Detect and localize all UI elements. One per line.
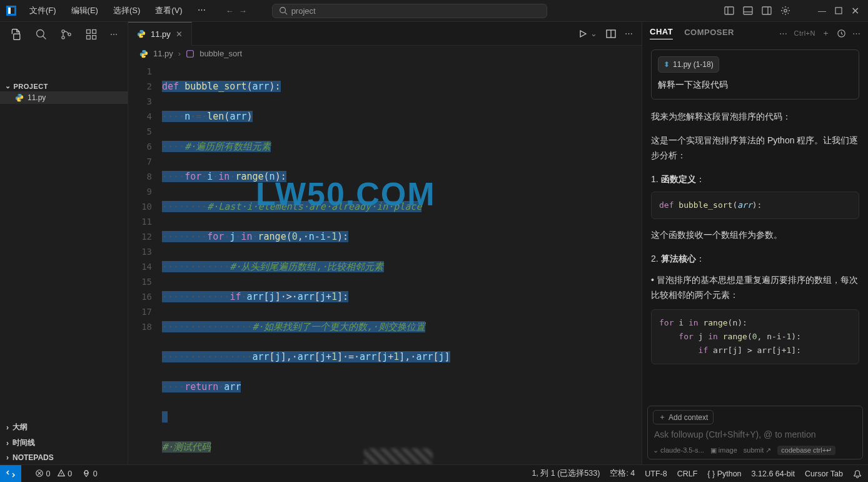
submit-button[interactable]: submit ↗ — [744, 446, 771, 454]
chat-response-line: 我来为您解释这段冒泡排序的代码： — [651, 110, 859, 125]
window-close-icon[interactable]: ✕ — [851, 5, 859, 17]
chat-tabs: CHAT COMPOSER ⋯ Ctrl+N ＋ ⋯ — [642, 22, 868, 44]
window-maximize-icon[interactable] — [835, 7, 842, 14]
tab-label: 11.py — [151, 29, 171, 39]
sidebar-more-icon[interactable]: ⋯ — [110, 30, 118, 39]
chat-response-line: 这个函数接收一个数组作为参数。 — [651, 228, 859, 243]
status-cursor-tab[interactable]: Cursor Tab — [805, 469, 843, 478]
explorer-icon[interactable] — [10, 28, 23, 41]
add-context-button[interactable]: ＋ Add context — [653, 410, 714, 424]
breadcrumbs[interactable]: 11.py › bubble_sort — [128, 46, 642, 61]
chevron-down-icon: ⌄ — [5, 82, 11, 90]
layout-primary-icon[interactable] — [724, 6, 734, 16]
app-logo — [0, 6, 22, 16]
python-file-icon: ⬍ — [664, 58, 670, 71]
minimap[interactable] — [634, 61, 642, 464]
status-spaces[interactable]: 空格: 4 — [610, 468, 635, 479]
chat-history-icon[interactable] — [837, 29, 846, 38]
breadcrumb-file[interactable]: 11.py — [153, 49, 173, 58]
editor-more-icon[interactable]: ⋯ — [625, 29, 633, 38]
chat-overflow-icon[interactable]: ⋯ — [852, 29, 861, 38]
notifications-icon[interactable] — [853, 469, 862, 478]
extensions-icon[interactable] — [85, 28, 98, 41]
editor-tab[interactable]: 11.py ✕ — [128, 22, 192, 46]
context-chip[interactable]: ⬍11.py (1-18) — [658, 56, 719, 73]
symbol-function-icon — [186, 49, 194, 58]
chat-new-icon[interactable]: ＋ — [822, 28, 830, 39]
chat-tab[interactable]: CHAT — [650, 27, 673, 39]
breadcrumb-sep: › — [178, 49, 181, 58]
codebase-pill[interactable]: codebase ctrl+↵ — [777, 446, 835, 455]
chat-panel: CHAT COMPOSER ⋯ Ctrl+N ＋ ⋯ ⬍11.py (1-18)… — [642, 22, 868, 464]
status-language[interactable]: { } Python — [707, 469, 741, 478]
svg-rect-9 — [762, 7, 771, 14]
menu-more[interactable]: ⋯ — [193, 3, 211, 19]
source-control-icon[interactable] — [60, 28, 73, 41]
editor-body[interactable]: 123456789101112131415161718 def bubble_s… — [128, 61, 642, 464]
menu-select[interactable]: 选择(S) — [108, 3, 145, 19]
composer-tab[interactable]: COMPOSER — [684, 28, 734, 39]
model-picker[interactable]: ⌄ claude-3.5-s... — [653, 446, 704, 454]
svg-point-14 — [37, 30, 44, 38]
user-prompt-text: 解释一下这段代码 — [658, 78, 852, 93]
nav-arrows: ← → — [226, 6, 247, 16]
run-dropdown-icon[interactable]: ⌄ — [590, 29, 597, 38]
svg-rect-20 — [93, 30, 96, 34]
chat-code-block: for i in range(n): for j in range(0, n-i… — [651, 309, 859, 364]
nav-forward-icon[interactable]: → — [239, 6, 247, 16]
search-text: project — [291, 6, 316, 16]
python-file-icon — [15, 93, 24, 102]
svg-point-3 — [280, 8, 285, 13]
remote-indicator[interactable] — [0, 465, 21, 483]
editor-area: 11.py ✕ ⌄ ⋯ 11.py › bubble_sort 12345678… — [128, 22, 642, 464]
menu-edit[interactable]: 编辑(E) — [66, 3, 103, 19]
chat-input[interactable]: Ask followup (Ctrl+Shift+Y), @ to mentio… — [653, 424, 857, 446]
status-right: 1, 列 1 (已选择533) 空格: 4 UTF-8 CRLF { } Pyt… — [532, 468, 862, 479]
run-icon[interactable] — [578, 29, 588, 39]
file-tree-item[interactable]: 11.py — [0, 91, 128, 104]
command-center[interactable]: project — [272, 4, 547, 18]
status-errors[interactable]: 0 0 — [35, 469, 72, 478]
status-encoding[interactable]: UTF-8 — [645, 469, 667, 478]
menu-bar: 文件(F) 编辑(E) 选择(S) 查看(V) ⋯ — [22, 3, 211, 19]
search-sidebar-icon[interactable] — [35, 28, 48, 41]
menu-file[interactable]: 文件(F) — [24, 3, 61, 19]
window-minimize-icon[interactable]: ― — [818, 6, 826, 16]
tab-close-icon[interactable]: ✕ — [176, 29, 183, 39]
status-bar: 0 0 0 1, 列 1 (已选择533) 空格: 4 UTF-8 CRLF {… — [0, 464, 868, 482]
status-ports[interactable]: 0 — [82, 469, 97, 478]
layout-bottom-icon[interactable] — [743, 6, 753, 16]
svg-rect-2 — [8, 8, 11, 14]
chat-response-line: 这是一个实现冒泡排序算法的 Python 程序。让我们逐步分析： — [651, 133, 859, 163]
status-interpreter[interactable]: 3.12.6 64-bit — [752, 469, 795, 478]
notepads-section[interactable]: ›NOTEPADS — [0, 451, 128, 464]
breadcrumb-symbol[interactable]: bubble_sort — [199, 49, 242, 58]
chat-bullet: 冒泡排序的基本思想是重复遍历要排序的数组，每次比较相邻的两个元素： — [651, 273, 859, 303]
code-content[interactable]: def bubble_sort(arr): ····n·=·len(arr) ·… — [162, 61, 634, 464]
explorer-sidebar: ⋯ ⌄ PROJECT 11.py ›大纲 ›时间线 ›NOTEPADS — [0, 22, 128, 464]
status-cursor-pos[interactable]: 1, 列 1 (已选择533) — [532, 468, 600, 479]
svg-line-4 — [285, 13, 287, 15]
project-label: PROJECT — [14, 83, 48, 90]
python-file-icon — [137, 29, 146, 38]
chat-code-block: def bubble_sort(arr): — [651, 192, 859, 219]
svg-rect-5 — [725, 7, 734, 14]
chat-more-icon[interactable]: ⋯ — [779, 29, 788, 38]
chat-body: ⬍11.py (1-18) 解释一下这段代码 我来为您解释这段冒泡排序的代码： … — [642, 44, 868, 406]
svg-point-16 — [62, 30, 64, 33]
layout-secondary-icon[interactable] — [762, 6, 772, 16]
image-attach-button[interactable]: ▣ image — [710, 446, 737, 454]
settings-gear-icon[interactable] — [780, 6, 790, 16]
chat-shortcut: Ctrl+N — [794, 29, 815, 37]
editor-tabs: 11.py ✕ ⌄ ⋯ — [128, 22, 642, 46]
nav-back-icon[interactable]: ← — [226, 6, 234, 16]
menu-view[interactable]: 查看(V) — [150, 3, 187, 19]
split-editor-icon[interactable] — [606, 29, 616, 39]
timeline-section[interactable]: ›时间线 — [0, 435, 128, 451]
svg-rect-21 — [87, 36, 91, 39]
project-header[interactable]: ⌄ PROJECT — [0, 47, 128, 91]
outline-section[interactable]: ›大纲 — [0, 419, 128, 435]
status-eol[interactable]: CRLF — [677, 469, 698, 478]
chat-heading: 1. 1. 函数定义：函数定义： — [651, 172, 859, 187]
file-name: 11.py — [28, 93, 46, 102]
